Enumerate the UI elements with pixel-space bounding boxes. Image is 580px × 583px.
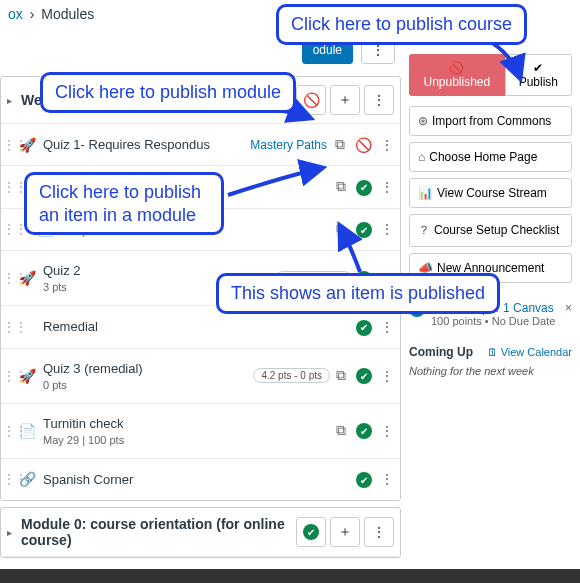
item-subtitle: 0 pts [43,379,253,391]
checklist-icon: ？ [418,223,430,237]
calendar-icon: 🗓 [487,346,498,358]
published-icon: ✔ [356,222,372,238]
copy-icon[interactable]: ⧉ [334,221,348,238]
module-add-button[interactable]: ＋ [330,517,360,547]
published-icon: ✔ [356,320,372,336]
item-type-icon: 🔗 [17,471,37,487]
import-commons-button[interactable]: ⊛Import from Commons [409,106,572,136]
breadcrumb-parent[interactable]: ox [8,6,23,22]
item-title[interactable]: Quiz 1- Requires Respondus [43,137,250,152]
drag-grip-icon[interactable]: ⋮⋮ [3,320,13,334]
item-publish-toggle[interactable]: ✔ [356,422,372,440]
todo-sub: 100 points • No Due Date [431,315,555,327]
published-icon: ✔ [356,472,372,488]
item-subtitle: May 29 | 100 pts [43,434,334,446]
home-icon: ⌂ [418,150,425,164]
copy-icon[interactable]: ⧉ [334,367,348,384]
item-title[interactable]: Quiz 3 (remedial) [43,361,253,376]
item-publish-toggle[interactable]: ✔ [356,178,372,196]
module-kebab[interactable]: ⋮ [364,85,394,115]
item-kebab[interactable]: ⋮ [380,137,394,153]
item-publish-toggle[interactable]: ✔ [356,471,372,489]
copy-icon[interactable]: ⧉ [334,178,348,195]
module-item: ⋮⋮ 🚀 Quiz 3 (remedial) 0 pts 4.2 pts - 0… [1,349,400,404]
drag-grip-icon[interactable]: ⋮⋮ [3,138,13,152]
breadcrumb-current: Modules [41,6,94,22]
item-publish-toggle[interactable]: 🚫 [355,137,372,153]
module-add-button[interactable]: ＋ [330,85,360,115]
item-title[interactable]: Spanish Corner [43,472,356,487]
module: ▸ Module 0: course orientation (for onli… [0,507,401,558]
setup-checklist-button[interactable]: ？Course Setup Checklist [409,214,572,247]
item-type-icon: 🚀 [17,137,37,153]
published-icon: ✔ [356,368,372,384]
item-kebab[interactable]: ⋮ [380,221,394,237]
module-item: ⋮⋮ 🚀 Quiz 1- Requires Respondus Mastery … [1,124,400,166]
module-item: ⋮⋮ 🔗 Spanish Corner ✔ ⋮ [1,459,400,501]
course-publish-button[interactable]: ✔ Publish [505,54,572,96]
choose-home-button[interactable]: ⌂Choose Home Page [409,142,572,172]
drag-grip-icon[interactable]: ⋮⋮ [3,222,13,236]
item-kebab[interactable]: ⋮ [380,423,394,439]
view-calendar-link[interactable]: 🗓 View Calendar [487,346,572,358]
drag-grip-icon[interactable]: ⋮⋮ [3,180,13,194]
module-header[interactable]: ▸ Module 0: course orientation (for onli… [1,508,400,557]
callout-publish-item: Click here to publish an item in a modul… [24,172,224,235]
coming-up-empty: Nothing for the next week [409,365,572,377]
module-item: ⋮⋮ 📄 Turnitin check May 29 | 100 pts ⧉ ✔… [1,404,400,459]
breadcrumb-sep: › [30,6,35,22]
unpublished-icon: 🚫 [355,137,372,153]
caret-icon: ▸ [7,527,17,538]
commons-icon: ⊛ [418,114,428,128]
item-type-icon: 🚀 [17,368,37,384]
item-type-icon: 🚀 [17,270,37,286]
coming-up-heading: Coming Up [409,345,473,359]
module-publish-toggle[interactable]: 🚫 [296,85,326,115]
item-publish-toggle[interactable]: ✔ [356,221,372,239]
drag-grip-icon[interactable]: ⋮⋮ [3,271,13,285]
course-unpublished-button[interactable]: 🚫 Unpublished [409,54,505,96]
copy-icon[interactable]: ⧉ [333,136,347,153]
item-publish-toggle[interactable]: ✔ [356,367,372,385]
item-kebab[interactable]: ⋮ [380,368,394,384]
module-kebab[interactable]: ⋮ [364,517,394,547]
callout-publish-course: Click here to publish course [276,4,527,45]
callout-publish-module: Click here to publish module [40,72,296,113]
drag-grip-icon[interactable]: ⋮⋮ [3,369,13,383]
item-kebab[interactable]: ⋮ [380,179,394,195]
view-stream-button[interactable]: 📊View Course Stream [409,178,572,208]
item-type-icon: 📄 [17,423,37,439]
todo-close-icon[interactable]: × [565,301,572,315]
item-title[interactable]: Turnitin check [43,416,334,431]
score-pill: 4.2 pts - 0 pts [253,368,330,383]
mastery-paths-link[interactable]: Mastery Paths [250,138,327,152]
published-icon: ✔ [356,423,372,439]
published-icon: ✔ [303,524,319,540]
copy-icon[interactable]: ⧉ [334,422,348,439]
caret-icon: ▸ [7,95,17,106]
drag-grip-icon[interactable]: ⋮⋮ [3,472,13,486]
callout-item-published: This shows an item is published [216,273,500,314]
item-kebab[interactable]: ⋮ [380,319,394,335]
stream-icon: 📊 [418,186,433,200]
module-title: Module 0: course orientation (for online… [21,516,292,548]
module-publish-toggle[interactable]: ✔ [296,517,326,547]
drag-grip-icon[interactable]: ⋮⋮ [3,424,13,438]
item-kebab[interactable]: ⋮ [380,471,394,487]
published-icon: ✔ [356,180,372,196]
unpublished-icon: 🚫 [303,92,320,108]
item-title[interactable]: Remedial [43,319,356,334]
item-publish-toggle[interactable]: ✔ [356,318,372,336]
bottom-bar [0,569,580,583]
